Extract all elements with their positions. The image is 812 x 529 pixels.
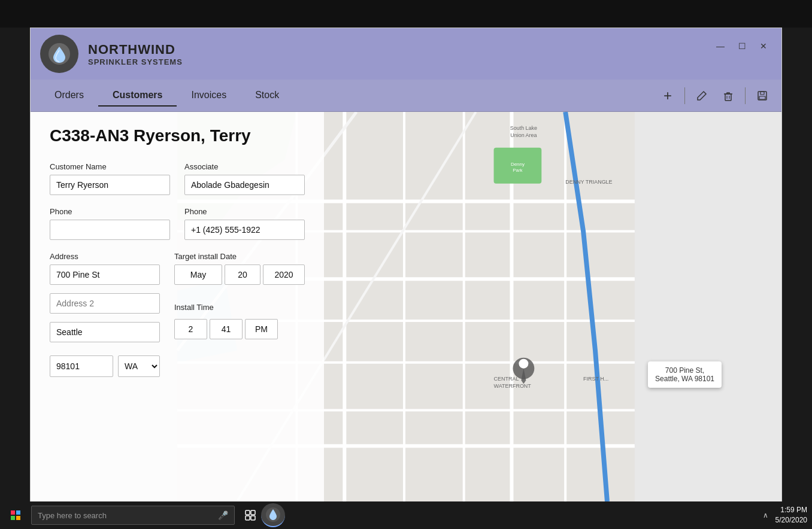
taskbar-right: ∧ 1:59 PM 5/20/2020: [763, 505, 807, 525]
address-label: Address: [50, 252, 160, 261]
state-select[interactable]: WA OR CA ID: [118, 355, 160, 377]
install-day-input[interactable]: [225, 264, 260, 285]
main-window: NORTHWIND SPRINKLER SYSTEMS — ☐ ✕ Orders…: [30, 28, 782, 502]
phone-row: Phone Phone: [50, 207, 305, 240]
address-group: Address WA OR CA ID: [50, 252, 160, 377]
tab-orders[interactable]: Orders: [40, 85, 98, 107]
app-logo: [40, 35, 78, 73]
start-button[interactable]: [5, 504, 26, 526]
task-view-button[interactable]: [240, 504, 261, 526]
svg-text:DENNY TRIANGLE: DENNY TRIANGLE: [565, 179, 612, 185]
top-bar: [0, 0, 812, 28]
map-callout: 700 Pine St, Seattle, WA 98101: [648, 361, 722, 388]
callout-line1: 700 Pine St,: [655, 366, 714, 375]
microphone-icon: 🎤: [218, 510, 228, 520]
title-bar: NORTHWIND SPRINKLER SYSTEMS — ☐ ✕: [31, 28, 781, 80]
svg-rect-1: [725, 94, 731, 101]
nav-actions: +: [658, 86, 772, 105]
phone-right-label: Phone: [184, 207, 305, 216]
name-associate-row: Customer Name Associate: [50, 162, 305, 195]
address-date-row: Address WA OR CA ID Ta: [50, 252, 305, 382]
svg-rect-41: [246, 516, 250, 520]
svg-rect-7: [759, 96, 765, 99]
svg-rect-40: [251, 510, 255, 515]
form-overlay: C338-AN3 Ryerson, Terry Customer Name As…: [31, 112, 324, 501]
phone-left-input[interactable]: [50, 220, 170, 240]
brand-text: NORTHWIND SPRINKLER SYSTEMS: [88, 42, 183, 66]
install-month-input[interactable]: [174, 264, 222, 285]
nav-bar: Orders Customers Invoices Stock +: [31, 80, 781, 112]
install-time-group: [174, 319, 305, 339]
phone-left-group: Phone: [50, 207, 170, 240]
svg-rect-35: [11, 510, 15, 515]
separator-2: [745, 87, 746, 104]
date-time-group: Target install Date Install Time: [174, 252, 305, 339]
edit-button[interactable]: [692, 86, 711, 105]
taskbar-clock: 1:59 PM 5/20/2020: [775, 505, 807, 525]
install-minute-input[interactable]: [210, 319, 243, 339]
phone-right-input[interactable]: [184, 220, 305, 240]
install-hour-input[interactable]: [174, 319, 207, 339]
brand-name: NORTHWIND: [88, 42, 183, 57]
content-area: Denny Park South Lake Union Area DENNY T…: [31, 112, 781, 501]
install-date-group: [174, 264, 305, 285]
customer-name-label: Customer Name: [50, 162, 170, 171]
taskbar-search-text: Type here to search: [38, 511, 213, 520]
active-app-button[interactable]: [261, 503, 285, 527]
associate-group: Associate: [184, 162, 305, 195]
svg-text:Union Area: Union Area: [510, 132, 537, 138]
save-button[interactable]: [753, 86, 772, 105]
associate-label: Associate: [184, 162, 305, 171]
svg-point-34: [519, 359, 528, 369]
customer-title: C338-AN3 Ryerson, Terry: [50, 126, 305, 145]
svg-rect-36: [16, 510, 20, 515]
svg-rect-39: [246, 510, 250, 515]
address2-input[interactable]: [50, 293, 160, 314]
svg-text:WATERFRONT: WATERFRONT: [494, 383, 532, 389]
phone-right-group: Phone: [184, 207, 305, 240]
brand-subtitle: SPRINKLER SYSTEMS: [88, 57, 183, 66]
clock-time: 1:59 PM: [775, 505, 807, 515]
svg-text:FIRST H...: FIRST H...: [583, 376, 608, 382]
tray-chevron-icon[interactable]: ∧: [763, 511, 768, 519]
tab-invoices[interactable]: Invoices: [177, 85, 241, 107]
svg-rect-42: [251, 516, 255, 520]
separator-1: [684, 87, 685, 104]
install-ampm-input[interactable]: [245, 319, 278, 339]
zip-input[interactable]: [50, 355, 113, 377]
close-button[interactable]: ✕: [755, 38, 772, 54]
callout-line2: Seattle, WA 98101: [655, 375, 714, 383]
tab-customers[interactable]: Customers: [98, 85, 177, 107]
tab-stock[interactable]: Stock: [241, 85, 293, 107]
maximize-button[interactable]: ☐: [734, 38, 750, 54]
address1-input[interactable]: [50, 264, 160, 285]
taskbar: Type here to search 🎤 ∧ 1:59 PM 5/20/202…: [0, 501, 812, 529]
target-install-label: Target install Date: [174, 252, 305, 261]
city-input[interactable]: [50, 322, 160, 342]
svg-rect-37: [11, 516, 15, 520]
customer-name-input[interactable]: [50, 175, 170, 195]
system-tray: ∧: [763, 511, 768, 519]
window-controls: — ☐ ✕: [712, 38, 772, 54]
associate-input[interactable]: [184, 175, 305, 195]
delete-button[interactable]: [719, 86, 738, 105]
svg-text:Denny: Denny: [511, 162, 525, 167]
nav-tabs: Orders Customers Invoices Stock: [40, 85, 658, 107]
taskbar-search-box[interactable]: Type here to search 🎤: [31, 506, 235, 525]
customer-name-group: Customer Name: [50, 162, 170, 195]
svg-text:CENTRAL: CENTRAL: [494, 376, 519, 382]
zip-state-row: WA OR CA ID: [50, 355, 160, 377]
clock-date: 5/20/2020: [775, 515, 807, 525]
svg-text:South Lake: South Lake: [510, 125, 537, 131]
minimize-button[interactable]: —: [712, 38, 729, 54]
phone-left-label: Phone: [50, 207, 170, 216]
add-button[interactable]: +: [658, 86, 677, 105]
svg-rect-38: [16, 516, 20, 520]
install-year-input[interactable]: [263, 264, 305, 285]
svg-text:Park: Park: [513, 168, 522, 173]
install-time-label: Install Time: [174, 303, 305, 312]
